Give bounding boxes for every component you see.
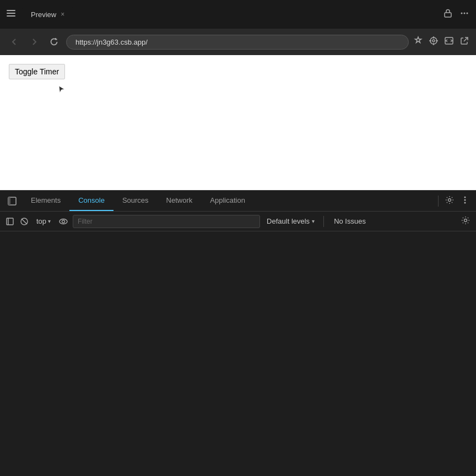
svg-line-24 [21, 219, 27, 224]
svg-point-5 [464, 13, 466, 14]
context-arrow-icon: ▾ [48, 218, 51, 224]
forward-button[interactable] [26, 34, 42, 50]
default-levels-arrow-icon: ▾ [312, 218, 315, 224]
devtools-toggle-icon[interactable] [2, 191, 22, 211]
address-bar[interactable]: https://jn3g63.csb.app/ [66, 35, 409, 50]
devtools-tabbar: Elements Console Sources Network Applica… [0, 191, 476, 212]
console-output [0, 231, 476, 476]
browser-navbar: https://jn3g63.csb.app/ [0, 29, 476, 55]
tab-elements[interactable]: Elements [22, 191, 69, 211]
svg-rect-1 [7, 13, 15, 14]
tab-title: Preview [31, 10, 56, 19]
svg-rect-16 [8, 197, 10, 205]
svg-line-14 [464, 38, 468, 42]
more-options-icon[interactable] [459, 8, 469, 20]
svg-point-8 [432, 40, 435, 42]
devtools-settings-icon[interactable] [443, 193, 456, 209]
console-toolbar: top ▾ Default levels ▾ No Issues [0, 212, 476, 231]
target-icon[interactable] [429, 36, 439, 48]
console-settings-icon[interactable] [459, 214, 472, 229]
svg-rect-21 [7, 218, 13, 225]
svg-point-4 [461, 13, 463, 14]
devtools-panel: Elements Console Sources Network Applica… [0, 190, 476, 476]
preview-tab[interactable]: Preview × [22, 7, 73, 22]
svg-point-20 [464, 202, 466, 203]
svg-rect-2 [7, 15, 15, 17]
svg-rect-3 [445, 13, 451, 17]
svg-rect-0 [7, 10, 15, 11]
filter-input[interactable] [73, 215, 260, 228]
toggle-timer-button[interactable]: Toggle Timer [9, 64, 65, 79]
tab-application[interactable]: Application [201, 191, 254, 211]
no-issues-label: No Issues [334, 217, 366, 225]
default-levels-button[interactable]: Default levels ▾ [263, 215, 318, 227]
svg-point-6 [467, 13, 468, 14]
lock-icon[interactable] [443, 8, 453, 20]
tab-close-icon[interactable]: × [61, 10, 64, 18]
tab-sources[interactable]: Sources [113, 191, 158, 211]
context-label: top [36, 217, 46, 225]
navbar-right [413, 36, 469, 48]
devtools-tabbar-right [436, 191, 476, 211]
svg-point-26 [62, 220, 65, 223]
console-sidebar-button[interactable] [4, 216, 15, 227]
external-link-icon[interactable] [459, 36, 469, 48]
titlebar-right [443, 8, 469, 20]
browser-titlebar: Preview × [0, 0, 476, 29]
clear-console-button[interactable] [19, 216, 30, 227]
pin-icon[interactable] [413, 36, 423, 48]
devtools-more-icon[interactable] [458, 193, 472, 209]
svg-point-27 [464, 219, 467, 221]
url-text: https://jn3g63.csb.app/ [75, 38, 148, 46]
back-button[interactable] [7, 34, 22, 50]
svg-point-18 [464, 196, 466, 198]
context-selector[interactable]: top ▾ [33, 215, 54, 227]
separator [438, 196, 439, 207]
eye-filter-button[interactable] [57, 215, 69, 228]
no-issues-badge[interactable]: No Issues [329, 215, 370, 227]
tab-console[interactable]: Console [69, 191, 113, 211]
svg-point-19 [464, 199, 466, 201]
reload-button[interactable] [46, 34, 62, 50]
page-content: Toggle Timer [0, 55, 476, 190]
svg-point-17 [448, 198, 451, 201]
separator [323, 216, 324, 227]
menu-icon[interactable] [7, 9, 15, 20]
cursor [58, 85, 65, 95]
code-preview-icon[interactable] [444, 36, 454, 48]
default-levels-label: Default levels [267, 217, 310, 225]
tab-network[interactable]: Network [158, 191, 202, 211]
